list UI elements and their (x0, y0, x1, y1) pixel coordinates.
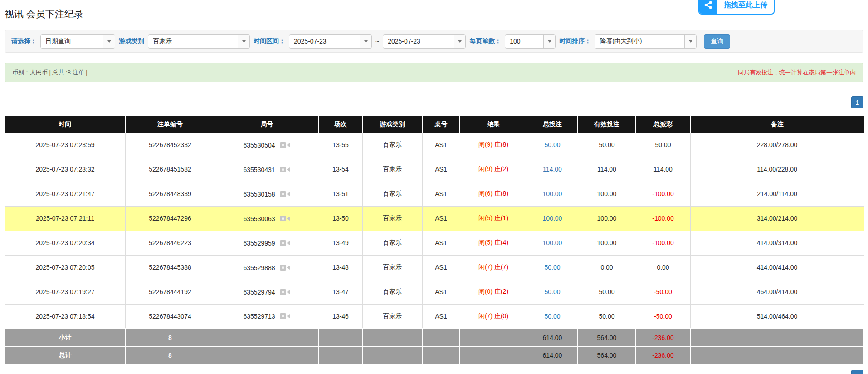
cell-valid-bet: 100.00 (578, 231, 636, 255)
sort-order-select[interactable]: 降幂(由大到小) (595, 34, 697, 49)
cell-time: 2025-07-23 07:21:11 (5, 206, 125, 231)
cell-table-no: AS1 (422, 206, 460, 231)
cell-time: 2025-07-23 07:19:27 (5, 280, 125, 304)
notice-text: 同局有效投注，统一计算在该局第一张注单内 (738, 69, 856, 77)
date-to-value: 2025-07-23 (383, 38, 454, 45)
header-time: 时间 (5, 116, 125, 133)
chevron-down-icon (360, 35, 371, 48)
replay-video-icon[interactable] (279, 263, 290, 272)
cell-game-type: 百家乐 (362, 133, 422, 157)
subtotal-valid-bet: 564.00 (578, 329, 636, 346)
cell-game-type: 百家乐 (362, 157, 422, 182)
replay-video-icon[interactable] (279, 312, 290, 320)
cell-total-bet: 114.00 (527, 157, 578, 182)
total-bet-link[interactable]: 100.00 (543, 190, 562, 197)
cell-payout: 0.00 (636, 255, 690, 280)
game-type-select[interactable]: 百家乐 (148, 34, 250, 49)
cell-time: 2025-07-23 07:23:32 (5, 157, 125, 182)
query-type-select[interactable]: 日期查询 (40, 34, 115, 49)
result-banker: 庄(1) (494, 214, 508, 221)
cell-result: 闲(5) 庄(4) (460, 231, 527, 255)
result-banker: 庄(2) (494, 288, 508, 295)
cell-game-type: 百家乐 (362, 206, 422, 231)
filter-bar: 请选择： 日期查询 游戏类别 百家乐 时间区间： 2025-07-23 ~ 20… (5, 30, 863, 53)
cell-bet-id: 522678448339 (125, 182, 215, 206)
replay-video-icon[interactable] (279, 141, 290, 149)
upload-nodes-icon (699, 0, 717, 15)
date-to-select[interactable]: 2025-07-23 (383, 34, 466, 49)
result-player: 闲(7) (478, 263, 493, 271)
total-bet-link[interactable]: 50.00 (544, 264, 560, 271)
round-number: 635529794 (244, 288, 275, 295)
cell-session: 13-55 (319, 133, 362, 157)
chevron-down-icon (103, 35, 115, 48)
cell-result: 闲(7) 庄(7) (460, 255, 527, 280)
date-from-select[interactable]: 2025-07-23 (289, 34, 372, 49)
pagination-top: 1 (5, 96, 863, 108)
replay-video-icon[interactable] (279, 190, 290, 198)
cell-remark: 314.00/214.00 (690, 206, 864, 231)
cell-table-no: AS1 (422, 280, 460, 304)
cell-total-bet: 100.00 (527, 206, 578, 231)
cell-table-no: AS1 (422, 255, 460, 280)
round-number: 635529959 (244, 239, 275, 246)
cell-session: 13-51 (319, 182, 362, 206)
total-count: 8 (125, 346, 215, 364)
page-1-button[interactable]: 1 (851, 96, 863, 108)
cell-table-no: AS1 (422, 304, 460, 329)
total-bet-link[interactable]: 114.00 (543, 166, 562, 173)
cell-time: 2025-07-23 07:18:54 (5, 304, 125, 329)
replay-video-icon[interactable] (279, 214, 290, 223)
header-result: 结果 (460, 116, 527, 133)
replay-video-icon[interactable] (279, 165, 290, 174)
total-bet-link[interactable]: 50.00 (544, 288, 560, 295)
cell-remark: 114.00/228.00 (690, 157, 864, 182)
result-player: 闲(5) (478, 214, 493, 221)
game-type-value: 百家乐 (148, 37, 238, 45)
search-button[interactable]: 查询 (704, 34, 730, 49)
cell-valid-bet: 50.00 (578, 304, 636, 329)
currency-summary-text: 币别：人民币 | 总共 :8 注单 | (12, 69, 88, 77)
cell-session: 13-54 (319, 157, 362, 182)
replay-video-icon[interactable] (279, 239, 290, 247)
page-size-label: 每页笔数： (469, 37, 501, 45)
upload-dropzone[interactable]: 拖拽至此上传 (698, 0, 775, 15)
cell-valid-bet: 114.00 (578, 157, 636, 182)
subtotal-total-bet: 614.00 (527, 329, 578, 346)
query-type-label: 请选择： (11, 37, 37, 45)
sort-order-value: 降幂(由大到小) (595, 37, 684, 45)
cell-round: 635530158 (215, 182, 319, 206)
table-row: 2025-07-23 07:23:32 522678451582 6355304… (5, 157, 864, 182)
total-bet-link[interactable]: 100.00 (543, 215, 562, 222)
cell-payout: -50.00 (636, 280, 690, 304)
cell-table-no: AS1 (422, 182, 460, 206)
page-size-select[interactable]: 100 (505, 34, 556, 49)
subtotal-payout: -236.00 (636, 329, 690, 346)
cell-payout: 114.00 (636, 157, 690, 182)
round-number: 635530431 (244, 166, 275, 173)
cell-remark: 414.00/414.00 (690, 255, 864, 280)
total-bet-link[interactable]: 50.00 (544, 141, 560, 148)
chevron-down-icon (454, 35, 465, 48)
cell-round: 635529959 (215, 231, 319, 255)
total-valid-bet: 564.00 (578, 346, 636, 364)
header-session: 场次 (319, 116, 362, 133)
cell-round: 635529888 (215, 255, 319, 280)
header-valid-bet: 有效投注 (578, 116, 636, 133)
cell-time: 2025-07-23 07:20:34 (5, 231, 125, 255)
replay-video-icon[interactable] (279, 288, 290, 296)
cell-bet-id: 522678445388 (125, 255, 215, 280)
subtotal-label: 小计 (5, 329, 125, 346)
result-banker: 庄(4) (494, 239, 508, 246)
result-player: 闲(9) (478, 165, 493, 172)
sort-order-label: 时间排序： (559, 37, 591, 45)
table-row: 2025-07-23 07:23:59 522678452332 6355305… (5, 133, 864, 157)
chevron-down-icon (543, 35, 555, 48)
total-bet-link[interactable]: 50.00 (544, 313, 560, 320)
upload-label: 拖拽至此上传 (717, 0, 774, 10)
total-bet-link[interactable]: 100.00 (543, 239, 562, 246)
page-1-button[interactable]: 1 (851, 370, 863, 374)
total-total-bet: 614.00 (527, 346, 578, 364)
cell-remark: 214.00/114.00 (690, 182, 864, 206)
round-number: 635529713 (244, 313, 275, 320)
